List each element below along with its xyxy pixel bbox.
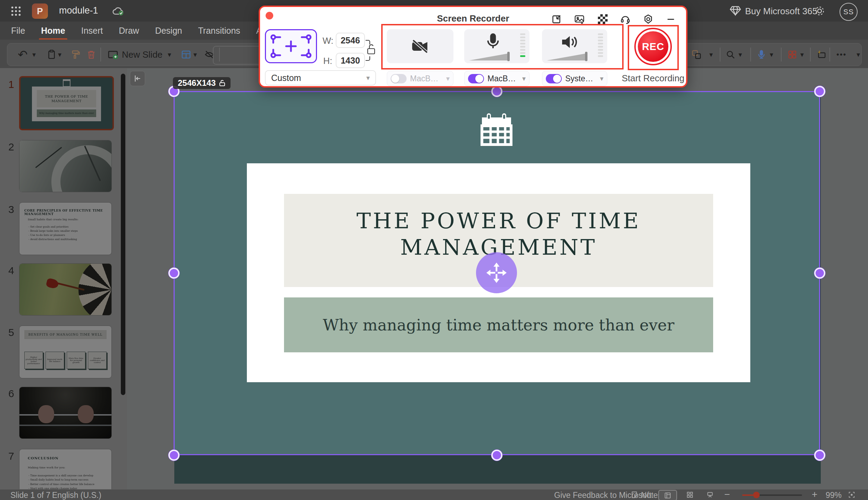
webcam-toggle[interactable] (391, 74, 407, 83)
mic-toggle[interactable] (468, 74, 484, 83)
designer-chevron-icon[interactable]: ▾ (800, 43, 804, 66)
dictate-chevron-icon[interactable]: ▾ (770, 43, 773, 66)
tab-insert[interactable]: Insert (81, 24, 104, 37)
thumbnail-scrollbar[interactable] (121, 74, 125, 395)
collapse-ribbon-chevron-icon[interactable]: ▾ (857, 43, 860, 66)
designer-icon[interactable] (787, 43, 798, 66)
fit-to-window-icon[interactable] (848, 491, 856, 499)
crop-handle-bottom-left[interactable] (168, 450, 180, 461)
microphone-button[interactable] (464, 29, 529, 63)
user-avatar[interactable]: SS (840, 3, 858, 21)
mic-volume-slider[interactable] (469, 51, 514, 61)
crop-handle-mid-right[interactable] (814, 268, 825, 279)
undo-button[interactable]: ↶ (18, 43, 28, 66)
layout-icon[interactable] (181, 43, 191, 66)
snapshot-image-icon[interactable] (574, 14, 585, 24)
slide-thumbnail-3[interactable]: CORE PRINCIPLES OF EFFECTIVE TIME MANAGE… (19, 202, 112, 255)
crop-handle-bottom-right[interactable] (814, 450, 825, 461)
mic-device-row[interactable]: MacBook... ▾ (464, 71, 529, 86)
search-chevron-icon[interactable]: ▾ (738, 43, 742, 66)
shapes-chevron-icon[interactable]: ▾ (709, 43, 713, 66)
layout-chevron-icon[interactable]: ▾ (193, 43, 197, 66)
mini-heading: CONCLUSION (28, 456, 59, 460)
undo-chevron-icon[interactable]: ▾ (32, 43, 36, 66)
slide-thumbnail-1[interactable]: THE POWER OF TIME MANAGEMENT Why managin… (19, 76, 114, 130)
select-region-button[interactable] (265, 29, 317, 63)
headset-icon[interactable] (620, 14, 631, 24)
zoom-in-button[interactable]: + (812, 489, 817, 500)
tab-transitions[interactable]: Transitions (197, 24, 241, 37)
new-slide-icon[interactable] (107, 43, 119, 66)
settings-gear-icon[interactable] (814, 5, 825, 17)
webcam-device-row[interactable]: MacBook... ▾ (387, 71, 453, 86)
zoom-level[interactable]: 99% (826, 491, 842, 500)
collapse-thumbnail-panel-button[interactable] (130, 71, 145, 86)
crop-move-handle[interactable] (476, 252, 517, 293)
zoom-slider-knob[interactable] (753, 492, 760, 498)
speaker-volume-slider[interactable] (547, 51, 592, 61)
system-audio-chevron-icon[interactable]: ▾ (600, 74, 603, 83)
slideshow-view-button[interactable] (701, 490, 719, 499)
document-title[interactable]: module-1 (59, 5, 98, 16)
delete-icon[interactable] (86, 43, 96, 66)
export-icon[interactable] (551, 14, 562, 24)
mic-chevron-icon[interactable]: ▾ (522, 74, 526, 83)
search-icon[interactable] (725, 43, 736, 66)
slide-subtitle-block[interactable]: Why managing time matters more than ever (284, 297, 713, 352)
tab-home[interactable]: Home (40, 24, 66, 37)
tab-file[interactable]: File (10, 24, 26, 37)
width-input[interactable] (336, 33, 365, 48)
slide-thumbnail-2[interactable] (19, 140, 112, 192)
slide-thumbnail-7[interactable]: CONCLUSION Making time work for you: Tim… (19, 449, 112, 489)
slide-thumbnail-6[interactable] (19, 387, 112, 439)
crop-handle-mid-left[interactable] (168, 268, 180, 279)
webcam-chevron-icon[interactable]: ▾ (446, 74, 450, 83)
aspect-lock-icon[interactable] (365, 35, 377, 65)
virtual-background-icon[interactable] (598, 14, 608, 24)
normal-view-button[interactable] (658, 490, 677, 500)
mini-heading: BENEFITS OF MANAGING TIME WELL (28, 333, 103, 336)
thumb-number: 3 (8, 204, 14, 215)
dictate-mic-icon[interactable] (757, 43, 766, 66)
webcam-toggle-button[interactable] (387, 29, 453, 63)
system-audio-device-row[interactable]: System De... ▾ (542, 71, 607, 86)
crop-handle-top-right[interactable] (814, 86, 825, 97)
minimize-icon[interactable] (666, 14, 676, 24)
new-slide-button[interactable]: New Slide (122, 43, 162, 66)
crop-handle-bottom-center[interactable] (491, 450, 502, 461)
mini-box: Greater confidence and control (88, 352, 107, 369)
zoom-out-button[interactable]: − (724, 489, 730, 500)
format-painter-icon[interactable] (70, 43, 80, 66)
slide-thumbnail-4[interactable] (19, 263, 112, 315)
language-button[interactable]: English (U.S.) (52, 491, 101, 500)
new-slide-chevron-icon[interactable]: ▾ (168, 43, 171, 66)
app-launcher-icon[interactable] (10, 5, 22, 17)
paste-chevron-icon[interactable]: ▾ (58, 43, 61, 66)
tab-design[interactable]: Design (155, 24, 183, 37)
more-options-button[interactable]: ••• (836, 43, 846, 66)
shapes-icon[interactable] (691, 43, 702, 66)
mini-calendar-icon (63, 79, 70, 87)
mini-subtitle: Why managing time matters more than ever (39, 112, 94, 115)
zoom-slider[interactable] (742, 494, 802, 496)
height-input[interactable] (336, 53, 365, 68)
settings-badge-icon[interactable] (643, 14, 653, 24)
paste-button[interactable] (46, 43, 57, 66)
system-audio-button[interactable] (542, 29, 607, 63)
system-audio-toggle[interactable] (546, 74, 562, 83)
record-button[interactable]: REC (634, 28, 672, 65)
slide-sorter-view-button[interactable] (681, 490, 699, 499)
slide-title-line1: THE POWER OF TIME (357, 208, 641, 234)
slide-thumbnail-5[interactable]: BENEFITS OF MANAGING TIME WELL Higher pr… (19, 326, 112, 378)
quick-actions-icon[interactable] (816, 43, 827, 66)
buy-microsoft-365-button[interactable]: Buy Microsoft 365 (745, 6, 817, 17)
notes-icon[interactable] (631, 491, 638, 499)
unlock-icon[interactable] (219, 79, 226, 87)
rope-line (19, 425, 111, 426)
tab-draw[interactable]: Draw (118, 24, 140, 37)
calendar-icon[interactable] (479, 112, 514, 146)
size-preset-select[interactable]: Custom ▾ (265, 70, 376, 85)
powerpoint-logo[interactable]: P (32, 3, 48, 19)
webcam-device-label: MacBook... (410, 74, 443, 83)
move-arrows-icon (484, 261, 509, 285)
